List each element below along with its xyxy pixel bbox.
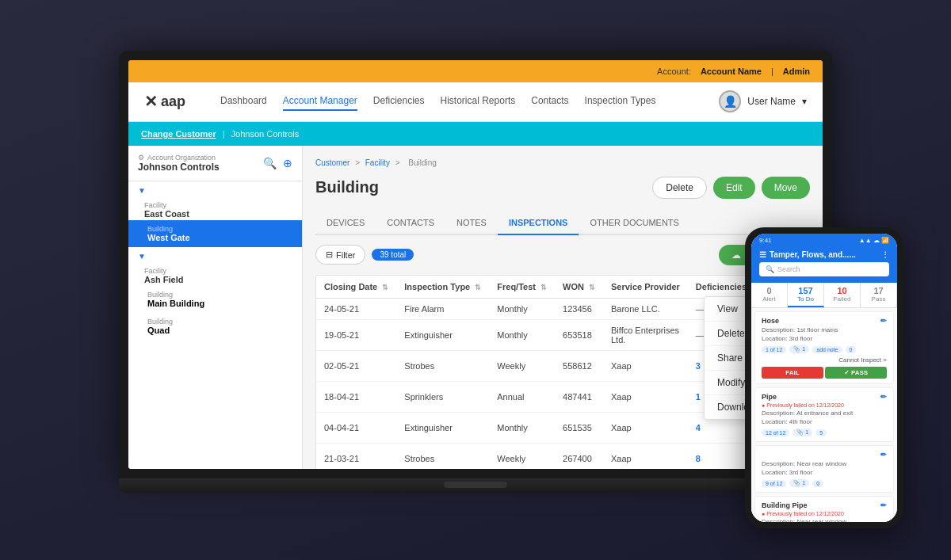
- phone-search-icon: 🔍: [766, 265, 774, 273]
- delete-button[interactable]: Delete: [652, 177, 707, 199]
- breadcrumb-facility[interactable]: Facility: [365, 158, 390, 167]
- col-closing-date[interactable]: Closing Date ⇅: [316, 276, 396, 299]
- admin-badge: Admin: [783, 67, 810, 76]
- phone-item-desc-hose: Description: 1st floor mains: [762, 326, 887, 333]
- col-freq-test[interactable]: Freq/Test ⇅: [489, 276, 555, 299]
- cell-inspection-type: Fire Alarm: [396, 298, 489, 319]
- laptop-screen: Account: Account Name | Admin ✕ aap Dash…: [128, 60, 823, 469]
- phone-item-desc-3: Description: Near rear window: [762, 460, 887, 467]
- chevron-down-icon-2: ▼: [138, 252, 146, 261]
- phone-item-name-hose: Hose: [762, 317, 779, 325]
- add-icon[interactable]: ⊕: [283, 157, 292, 170]
- breadcrumb-path: Customer > Facility > Building: [315, 158, 810, 167]
- tab-inspections[interactable]: INSPECTIONS: [498, 211, 579, 235]
- phone-content: Hose ✏ Description: 1st floor mains Loca…: [751, 308, 897, 522]
- top-banner: Account: Account Name | Admin: [128, 60, 823, 82]
- phone-item-loc-pipe: Location: 4th floor: [762, 418, 887, 425]
- pass-button-hose[interactable]: ✓ PASS: [825, 367, 887, 379]
- facility-label-1: Facility: [144, 201, 292, 209]
- filter-button[interactable]: ⊟ Filter: [315, 245, 365, 265]
- search-icon[interactable]: 🔍: [263, 157, 277, 170]
- badge-alert-count: 0: [753, 286, 785, 295]
- edit-icon-3[interactable]: ✏: [880, 451, 887, 459]
- user-menu[interactable]: 👤 User Name ▾: [719, 90, 807, 112]
- cell-freq: Monthly: [489, 319, 555, 350]
- phone-list-item-pipe: Pipe ✏ Previously failed on 12/12/2020 D…: [754, 387, 894, 442]
- phone-app-title: Tamper, Flows, and......: [770, 250, 856, 259]
- cell-date: 21-03-21: [316, 443, 396, 469]
- breadcrumb-customer[interactable]: Customer: [315, 158, 349, 167]
- meta-badge-hose-2: 📎 1: [789, 345, 809, 353]
- move-button[interactable]: Move: [762, 177, 810, 199]
- nav-account-manager[interactable]: Account Manager: [283, 92, 357, 111]
- badge-pass[interactable]: 17 Pass: [861, 283, 897, 307]
- account-info: Account: Account Name | Admin: [657, 67, 810, 76]
- nav-inspection-types[interactable]: Inspection Types: [585, 92, 656, 111]
- tabs: DEVICES CONTACTS NOTES INSPECTIONS OTHER…: [315, 211, 810, 235]
- laptop: Account: Account Name | Admin ✕ aap Dash…: [119, 51, 832, 510]
- phone-item-desc-building-pipe: Description: Near rear window: [762, 518, 887, 522]
- building-quad[interactable]: Building Quad: [128, 313, 302, 340]
- col-service-provider: Service Provider: [603, 276, 688, 299]
- badge-todo[interactable]: 157 To Do: [788, 283, 824, 307]
- breadcrumb-building: Building: [408, 158, 437, 167]
- building-west-gate[interactable]: Building West Gate: [128, 220, 302, 247]
- change-customer-link[interactable]: Change Customer: [141, 129, 216, 139]
- cell-provider: Biffco Enterprises Ltd.: [603, 319, 688, 350]
- phone-header: ☰ Tamper, Flows, and...... ⋮ 🔍 Search: [751, 247, 897, 283]
- edit-button[interactable]: Edit: [713, 177, 755, 199]
- cell-won: 123456: [555, 298, 603, 319]
- tab-contacts[interactable]: CONTACTS: [376, 211, 445, 235]
- cell-won: 651535: [555, 412, 603, 443]
- phone-search[interactable]: 🔍 Search: [759, 262, 889, 276]
- cell-freq: Weekly: [489, 443, 555, 469]
- tab-other-documents[interactable]: OTHER DOCUMENTS: [579, 211, 689, 235]
- meta-badge-pipe-3: 5: [815, 429, 827, 436]
- chevron-down-icon-1: ▼: [138, 186, 146, 195]
- edit-icon-pipe[interactable]: ✏: [880, 393, 887, 401]
- meta-badge-pipe-2: 📎 1: [792, 429, 812, 436]
- laptop-base: [119, 478, 832, 493]
- building-label-3: Building: [147, 318, 289, 326]
- phone-item-title-building-pipe: Building Pipe ✏: [762, 501, 887, 509]
- facility-header-2: ▼: [128, 247, 302, 265]
- cannot-inspect-hose[interactable]: Cannot Inspect >: [762, 356, 887, 364]
- cell-provider: Barone LLC.: [603, 298, 688, 319]
- nav-historical-reports[interactable]: Historical Reports: [441, 92, 516, 111]
- phone-time: 9:41: [759, 237, 772, 244]
- cell-date: 04-04-21: [316, 412, 396, 443]
- badge-alert[interactable]: 0 Alert: [751, 283, 788, 307]
- tab-notes[interactable]: NOTES: [445, 211, 498, 235]
- menu-icon[interactable]: ☰: [759, 250, 766, 259]
- cell-provider: Xaap: [603, 443, 688, 469]
- col-inspection-type[interactable]: Inspection Type ⇅: [396, 276, 489, 299]
- phone-date-warning-building-pipe: Previously failed on 12/12/2020: [762, 511, 887, 516]
- phone-screen: 9:41 ▲▲ ☁ 📶 ☰ Tamper, Flows, and...... ⋮…: [751, 234, 897, 522]
- cell-inspection-type: Strobes: [396, 443, 489, 469]
- tab-devices[interactable]: DEVICES: [315, 211, 376, 235]
- building-actions: Delete Edit Move: [652, 177, 810, 199]
- phone-item-loc-hose: Location: 3rd floor: [762, 335, 887, 342]
- cell-won: 653518: [555, 319, 603, 350]
- building-main-building[interactable]: Building Main Building: [128, 286, 302, 313]
- col-won[interactable]: WON ⇅: [555, 276, 603, 299]
- cell-provider: Xaap: [603, 412, 688, 443]
- fail-button-hose[interactable]: FAIL: [762, 367, 823, 379]
- nav-dashboard[interactable]: Dashboard: [220, 92, 267, 111]
- logo-text: aap: [161, 93, 185, 110]
- edit-icon-hose[interactable]: ✏: [880, 317, 887, 325]
- cell-inspection-type: Extinguisher: [396, 319, 489, 350]
- nav-contacts[interactable]: Contacts: [531, 92, 568, 111]
- nav-deficiencies[interactable]: Deficiencies: [373, 92, 425, 111]
- more-icon[interactable]: ⋮: [881, 250, 889, 259]
- account-name: Account Name: [701, 67, 762, 76]
- breadcrumb-bar: Change Customer | Johnson Controls: [128, 122, 823, 146]
- phone-badges: 0 Alert 157 To Do 10 Failed 17 Pass: [751, 283, 897, 308]
- phone-header-title: ☰ Tamper, Flows, and...... ⋮: [759, 250, 889, 259]
- phone-search-placeholder: Search: [777, 265, 800, 273]
- edit-icon-building-pipe[interactable]: ✏: [880, 501, 887, 509]
- badge-failed[interactable]: 10 Failed: [824, 283, 861, 307]
- facility-label-2: Facility: [144, 267, 292, 275]
- building-header: Building Delete Edit Move: [315, 177, 810, 199]
- badge-failed-count: 10: [826, 286, 858, 295]
